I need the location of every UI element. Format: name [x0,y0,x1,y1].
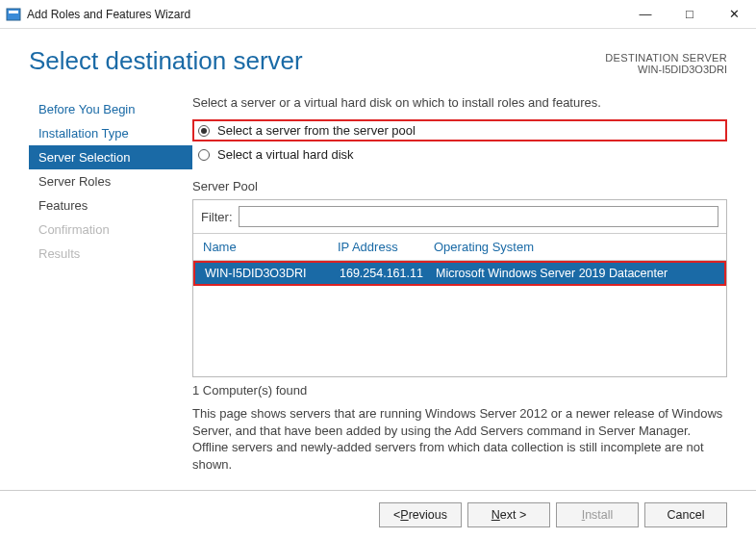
col-name[interactable]: Name [193,240,338,254]
destination-label: DESTINATION SERVER [605,52,727,64]
nav-server-roles[interactable]: Server Roles [29,169,192,193]
main-panel: Select a server or a virtual hard disk o… [192,95,727,490]
page-description: This page shows servers that are running… [192,405,727,473]
radio-server-pool[interactable]: Select a server from the server pool [192,119,727,141]
cancel-button[interactable]: Cancel [644,502,727,527]
row-name: WIN-I5DID3O3DRI [195,267,340,280]
nav-before-you-begin[interactable]: Before You Begin [29,97,192,121]
close-button[interactable]: ✕ [712,0,756,29]
destination-info: DESTINATION SERVER WIN-I5DID3O3DRI [605,46,727,76]
title-bar: Add Roles and Features Wizard — □ ✕ [0,0,756,29]
radio-virtual-disk-label: Select a virtual hard disk [217,147,354,162]
nav-results: Results [29,242,192,266]
filter-label: Filter: [201,210,233,224]
filter-input[interactable] [239,206,719,227]
table-row[interactable]: WIN-I5DID3O3DRI 169.254.161.11 Microsoft… [195,263,724,284]
maximize-button[interactable]: □ [668,0,712,29]
server-pool-box: Filter: Name IP Address Operating System… [192,199,727,377]
column-headers: Name IP Address Operating System [193,233,726,261]
wizard-nav: Before You Begin Installation Type Serve… [29,95,192,490]
nav-server-selection[interactable]: Server Selection [29,145,192,169]
page-header: Select destination server DESTINATION SE… [0,29,756,76]
app-icon [6,7,21,22]
radio-dot-unselected-icon [198,149,210,161]
radio-server-pool-label: Select a server from the server pool [217,123,416,138]
server-rows: WIN-I5DID3O3DRI 169.254.161.11 Microsoft… [193,261,726,376]
window-controls: — □ ✕ [623,0,756,29]
install-button: Install [556,502,639,527]
radio-virtual-disk[interactable]: Select a virtual hard disk [192,145,727,164]
minimize-button[interactable]: — [623,0,668,29]
col-ip[interactable]: IP Address [338,240,434,254]
wizard-footer: < Previous Next > Install Cancel [0,490,756,539]
svg-rect-0 [7,9,20,20]
previous-button[interactable]: < Previous [379,502,462,527]
row-ip: 169.254.161.11 [340,267,436,280]
row-os: Microsoft Windows Server 2019 Datacenter [436,267,724,280]
next-button[interactable]: Next > [467,502,550,527]
col-os[interactable]: Operating System [434,240,726,254]
window-title: Add Roles and Features Wizard [27,8,623,21]
page-title: Select destination server [29,46,303,76]
nav-installation-type[interactable]: Installation Type [29,121,192,145]
radio-dot-selected-icon [198,125,210,137]
server-pool-label: Server Pool [192,179,727,193]
nav-features[interactable]: Features [29,193,192,218]
nav-confirmation: Confirmation [29,218,192,242]
svg-rect-1 [9,11,18,13]
computers-found: 1 Computer(s) found [192,383,727,398]
intro-text: Select a server or a virtual hard disk o… [192,95,727,110]
destination-value: WIN-I5DID3O3DRI [605,64,727,75]
